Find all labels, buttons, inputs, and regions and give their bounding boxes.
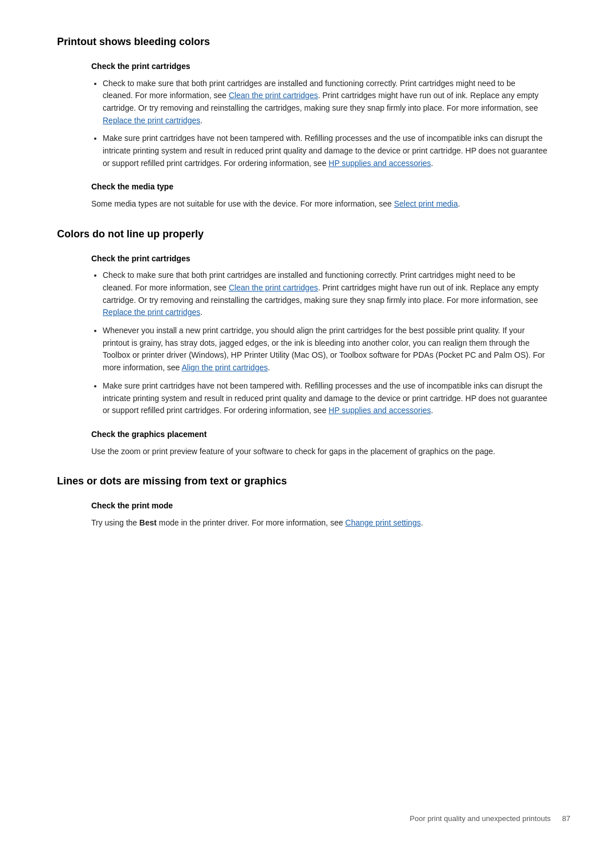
subsection3-1-heading: Check the print mode <box>91 500 548 512</box>
para-text: Use the zoom or print preview feature of… <box>91 447 495 456</box>
section-colors-not-line-up: Colors do not line up properly Check the… <box>57 227 548 458</box>
link-hp-supplies-1[interactable]: HP supplies and accessories <box>329 159 431 168</box>
list-item-text: Make sure print cartridges have not been… <box>103 381 548 415</box>
media-type-para: Some media types are not suitable for us… <box>91 198 548 211</box>
link-clean-cartridges-1[interactable]: Clean the print cartridges <box>229 91 318 100</box>
list-item: Make sure print cartridges have not been… <box>103 380 548 417</box>
link-replace-cartridges-2[interactable]: Replace the print cartridges <box>103 308 200 317</box>
footer-page-number: 87 <box>562 813 570 824</box>
para-text: Try using the <box>91 518 139 527</box>
bold-best: Best <box>139 518 156 527</box>
section-lines-dots-missing: Lines or dots are missing from text or g… <box>57 474 548 529</box>
list-item: Make sure print cartridges have not been… <box>103 132 548 169</box>
subsection-check-print-mode: Check the print mode Try using the Best … <box>57 500 548 529</box>
subsection2-2-heading: Check the graphics placement <box>91 428 548 441</box>
print-mode-para: Try using the Best mode in the printer d… <box>91 517 548 529</box>
page-content: Printout shows bleeding colors Check the… <box>57 34 548 529</box>
subsection-check-media-type: Check the media type Some media types ar… <box>57 181 548 210</box>
list-item: Check to make sure that both print cartr… <box>103 269 548 319</box>
link-align-cartridges[interactable]: Align the print cartridges <box>182 363 268 372</box>
list-item-text: . <box>200 116 202 125</box>
list-item-text: Whenever you install a new print cartrid… <box>103 326 545 372</box>
section2-title: Colors do not line up properly <box>57 227 548 242</box>
link-replace-cartridges-1[interactable]: Replace the print cartridges <box>103 116 200 125</box>
section-printout-bleeding-colors: Printout shows bleeding colors Check the… <box>57 34 548 211</box>
subsection-check-cartridges-2: Check the print cartridges Check to make… <box>57 253 548 417</box>
cartridges-list-1: Check to make sure that both print cartr… <box>103 78 548 170</box>
section1-title: Printout shows bleeding colors <box>57 34 548 50</box>
link-hp-supplies-2[interactable]: HP supplies and accessories <box>329 406 431 415</box>
graphics-placement-para: Use the zoom or print preview feature of… <box>91 446 548 458</box>
list-item: Whenever you install a new print cartrid… <box>103 325 548 374</box>
list-item-text: . <box>431 406 433 415</box>
link-change-print-settings[interactable]: Change print settings <box>345 518 420 527</box>
footer-label: Poor print quality and unexpected printo… <box>410 813 550 824</box>
para-text: mode in the printer driver. For more inf… <box>157 518 346 527</box>
link-select-print-media[interactable]: Select print media <box>394 199 458 208</box>
subsection-check-graphics-placement: Check the graphics placement Use the zoo… <box>57 428 548 458</box>
subsection1-2-heading: Check the media type <box>91 181 548 193</box>
link-clean-cartridges-2[interactable]: Clean the print cartridges <box>229 283 318 292</box>
para-text: . <box>421 518 423 527</box>
list-item-text: . <box>200 308 202 317</box>
list-item-text: . <box>268 363 270 372</box>
para-text: Some media types are not suitable for us… <box>91 199 394 208</box>
cartridges-list-2: Check to make sure that both print cartr… <box>103 269 548 417</box>
subsection-check-cartridges-1: Check the print cartridges Check to make… <box>57 60 548 170</box>
section3-title: Lines or dots are missing from text or g… <box>57 474 548 490</box>
list-item: Check to make sure that both print cartr… <box>103 78 548 127</box>
page-footer: Poor print quality and unexpected printo… <box>410 813 570 824</box>
subsection2-1-heading: Check the print cartridges <box>91 253 548 265</box>
list-item-text: Make sure print cartridges have not been… <box>103 134 548 167</box>
list-item-text: . <box>431 159 433 168</box>
para-text: . <box>458 199 460 208</box>
subsection1-1-heading: Check the print cartridges <box>91 60 548 73</box>
